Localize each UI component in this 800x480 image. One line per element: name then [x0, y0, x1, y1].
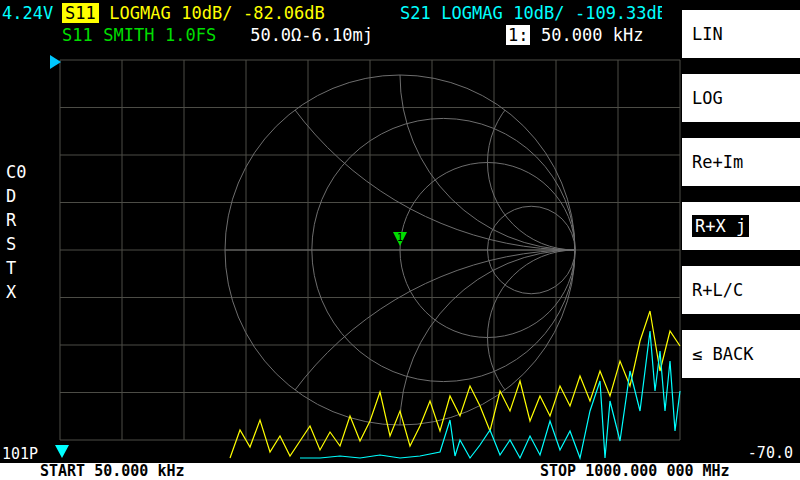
menu-item-log[interactable]: LOG [682, 74, 800, 122]
trace-s21-logmag [300, 331, 680, 458]
marker-frequency: 50.000 kHz [541, 25, 643, 45]
marker-frequency-readout[interactable]: 1:50.000 kHz [506, 25, 643, 45]
cal-flag-t: T [6, 256, 26, 280]
cal-flag-x: X [6, 280, 26, 304]
trace0-format: LOGMAG [109, 3, 170, 23]
sweep-points-label: 101P [2, 445, 38, 463]
calibration-flags: C0 D R S T X [6, 160, 26, 304]
trace2-status[interactable]: S11SMITH1.0FS50.0Ω-6.10mj [62, 25, 373, 45]
menu-item-back-label: ≤ BACK [692, 344, 753, 364]
menu-item-log-label: LOG [692, 88, 723, 108]
trace-s11-logmag [230, 311, 680, 458]
trace1-value: -109.33dB [575, 3, 662, 23]
reference-marker-down[interactable] [55, 445, 69, 458]
menu-item-rlc[interactable]: R+L/C [682, 266, 800, 314]
trace1-status[interactable]: S21LOGMAG10dB/-109.33dB [400, 3, 662, 23]
marker-id-chip: 1: [506, 25, 530, 45]
menu-item-lin-label: LIN [692, 24, 723, 44]
smith-reactance-arc [488, 75, 663, 250]
marker-impedance-value: 50.0Ω-6.10mj [250, 25, 373, 45]
trace0-status[interactable]: S11LOGMAG10dB/-82.06dB [62, 3, 325, 23]
chart-canvas[interactable]: 1 [0, 0, 800, 480]
start-frequency-label: START 50.000 kHz [40, 463, 185, 480]
menu-item-rlc-label: R+L/C [692, 280, 743, 300]
trace0-value: -82.06dB [243, 3, 325, 23]
nanovna-screen: 1 4.24V S11LOGMAG10dB/-82.06dB S21LOGMAG… [0, 0, 800, 480]
trace2-channel: S11 [62, 25, 93, 45]
menu-item-back[interactable]: ≤ BACK [682, 330, 800, 378]
menu-item-reim[interactable]: Re+Im [682, 138, 800, 186]
cal-flag-d: D [6, 184, 26, 208]
frequency-bar[interactable]: START 50.000 kHz STOP 1000.000 000 MHz [0, 463, 800, 480]
trace1-channel: S21 [400, 3, 431, 23]
format-menu: LIN LOG Re+Im R+X j R+L/C ≤ BACK [682, 0, 800, 480]
menu-item-lin[interactable]: LIN [682, 10, 800, 58]
trace0-scale: 10dB/ [181, 3, 232, 23]
trace2-format: SMITH [103, 25, 154, 45]
trace0-channel-chip: S11 [62, 3, 99, 23]
trace1-scale: 10dB/ [513, 3, 564, 23]
menu-item-rxj-label: R+X j [692, 215, 749, 237]
cal-flag-s: S [6, 232, 26, 256]
trace1-format: LOGMAG [441, 3, 502, 23]
stop-frequency-label: STOP 1000.000 000 MHz [540, 463, 730, 480]
marker-1-label: 1 [397, 232, 403, 243]
scale-min-label: -70.0 [748, 444, 793, 462]
menu-item-reim-label: Re+Im [692, 152, 743, 172]
reference-marker-right[interactable] [50, 55, 61, 69]
battery-voltage: 4.24V [2, 3, 53, 23]
cal-flag-r: R [6, 208, 26, 232]
trace2-scale: 1.0FS [165, 25, 216, 45]
cal-flag-c0: C0 [6, 160, 26, 184]
menu-item-rxj[interactable]: R+X j [682, 202, 800, 250]
